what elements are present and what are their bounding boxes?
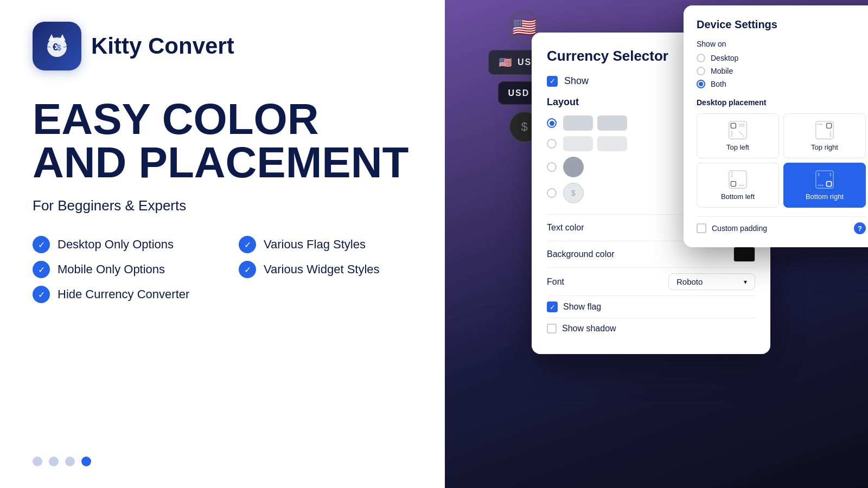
svg-point-26 [829, 131, 831, 133]
svg-point-11 [743, 124, 744, 125]
show-on-radio-group: Desktop Mobile Both [697, 54, 866, 88]
svg-point-42 [820, 184, 821, 186]
svg-point-45 [829, 175, 831, 176]
show-flag-row[interactable]: ✓ Show flag [547, 296, 755, 318]
feature-item-3: ✓ Mobile Only Options [33, 261, 206, 278]
svg-point-24 [819, 124, 821, 125]
dot-3[interactable] [65, 457, 75, 466]
font-selector[interactable]: Roboto ▾ [668, 273, 755, 290]
placement-grid: Top left Top right [697, 113, 866, 208]
feature-label-2: Various Flag Styles [264, 237, 366, 252]
help-icon[interactable]: ? [854, 222, 866, 234]
radio-label-both: Both [711, 80, 726, 88]
show-on-label: Show on [697, 40, 866, 48]
placement-top-right[interactable]: Top right [783, 113, 866, 158]
svg-point-41 [818, 184, 820, 186]
show-shadow-row[interactable]: Show shadow [547, 318, 755, 339]
app-logo-icon: € $ [33, 22, 81, 70]
radio-item-mobile[interactable]: Mobile [697, 67, 866, 75]
feature-label-3: Mobile Only Options [58, 262, 165, 277]
feature-label-4: Various Widget Styles [264, 262, 380, 277]
svg-rect-8 [731, 123, 736, 128]
hero-subheading: For Begginers & Experts [33, 197, 412, 214]
svg-point-27 [829, 133, 831, 135]
feature-label-5: Hide Currency Converter [58, 287, 189, 301]
svg-point-39 [818, 173, 820, 175]
svg-point-10 [741, 124, 743, 125]
svg-point-34 [739, 184, 741, 186]
radio-item-desktop[interactable]: Desktop [697, 54, 866, 62]
svg-point-18 [739, 131, 741, 133]
placement-label-top-left: Top left [726, 143, 749, 151]
device-panel-title: Device Settings [697, 18, 866, 31]
device-settings-panel: Device Settings Show on Desktop Mobile B… [684, 5, 868, 247]
custom-padding-row[interactable]: Custom padding ? [697, 216, 866, 234]
radio-label-desktop: Desktop [711, 54, 738, 62]
show-checkbox[interactable]: ✓ [547, 76, 558, 87]
check-icon-2: ✓ [239, 236, 256, 253]
svg-marker-2 [59, 34, 66, 41]
svg-point-43 [822, 184, 824, 186]
custom-padding-label: Custom padding [712, 224, 767, 233]
desktop-placement-label: Desktop placement [697, 98, 866, 107]
radio-label-mobile: Mobile [711, 67, 733, 75]
svg-text:$: $ [57, 43, 61, 52]
svg-marker-1 [48, 34, 55, 41]
placement-label-bottom-right: Bottom right [806, 192, 844, 201]
check-icon-4: ✓ [239, 261, 256, 278]
svg-point-17 [731, 135, 733, 137]
svg-rect-22 [827, 123, 832, 128]
bottom-left-icon [728, 170, 748, 189]
custom-padding-checkbox[interactable] [697, 223, 706, 233]
dot-1[interactable] [33, 457, 42, 466]
placement-top-left[interactable]: Top left [697, 113, 779, 158]
left-section: € $ Kitty Convert EASY COLOR AND PLACEME… [0, 0, 445, 488]
svg-point-14 [743, 125, 744, 127]
bottom-right-icon [815, 170, 834, 189]
svg-point-40 [818, 175, 820, 176]
hero-headline: EASY COLOR AND PLACEMENT [33, 98, 412, 184]
svg-rect-30 [731, 182, 736, 187]
svg-point-31 [731, 172, 733, 174]
radio-circle-desktop[interactable] [697, 54, 705, 62]
dot-2[interactable] [49, 457, 59, 466]
bg-color-label: Background color [547, 249, 615, 259]
svg-point-23 [817, 124, 819, 125]
dots-navigation [33, 457, 412, 466]
radio-circle-mobile[interactable] [697, 67, 705, 75]
app-name: Kitty Convert [91, 34, 234, 59]
logo-area: € $ Kitty Convert [33, 22, 412, 70]
feature-label-1: Desktop Only Options [58, 237, 174, 252]
svg-point-32 [731, 174, 733, 176]
dot-4[interactable] [81, 457, 91, 466]
layout-preview-2 [563, 136, 627, 151]
placement-bottom-right[interactable]: Bottom right [783, 163, 866, 208]
font-label: Font [547, 277, 564, 287]
layout-radio-3[interactable] [547, 162, 557, 172]
bg-color-swatch[interactable] [733, 247, 755, 262]
radio-item-both[interactable]: Both [697, 80, 866, 88]
svg-point-16 [731, 133, 733, 135]
layout-circle-3 [563, 157, 584, 177]
feature-item-5: ✓ Hide Currency Converter [33, 286, 206, 303]
show-flag-label: Show flag [563, 302, 601, 312]
top-left-icon [728, 120, 748, 140]
radio-circle-both[interactable] [697, 80, 705, 88]
placement-bottom-left[interactable]: Bottom left [697, 163, 779, 208]
top-right-icon [815, 120, 834, 140]
font-row: Font Roboto ▾ [547, 267, 755, 296]
show-shadow-checkbox[interactable] [547, 324, 557, 333]
layout-radio-4[interactable] [547, 188, 557, 198]
layout-preview-1 [563, 115, 627, 131]
svg-point-36 [743, 184, 744, 186]
text-color-label: Text color [547, 223, 584, 233]
svg-rect-38 [827, 182, 832, 187]
svg-point-44 [829, 173, 831, 175]
layout-radio-2[interactable] [547, 139, 557, 149]
show-flag-checkbox[interactable]: ✓ [547, 301, 558, 312]
layout-radio-1[interactable] [547, 118, 557, 128]
svg-point-25 [821, 124, 822, 125]
chevron-down-icon: ▾ [744, 278, 747, 286]
svg-point-19 [741, 133, 743, 135]
svg-point-28 [829, 135, 831, 137]
